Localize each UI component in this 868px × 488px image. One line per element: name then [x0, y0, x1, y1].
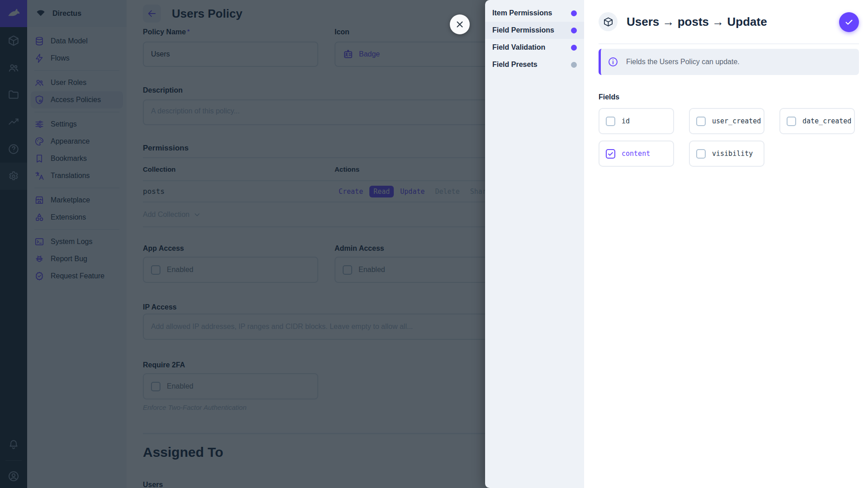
cube-icon	[603, 17, 613, 27]
permission-drawer: Item Permissions Field Permissions Field…	[485, 0, 868, 488]
status-dot	[571, 10, 577, 16]
checkbox-unchecked-icon	[696, 117, 706, 126]
drawer-header: Users → posts → Update	[599, 0, 859, 44]
drawer-tab-item-permissions[interactable]: Item Permissions	[485, 5, 584, 22]
info-icon	[608, 56, 618, 67]
drawer-close-button[interactable]	[450, 14, 470, 34]
drawer-header-badge	[599, 12, 618, 31]
drawer-tab-label: Field Permissions	[492, 26, 554, 34]
app-window: Directus Data Model Flows	[0, 0, 868, 488]
field-checkbox-content[interactable]: content	[599, 141, 674, 167]
drawer-tab-field-presets[interactable]: Field Presets	[485, 56, 584, 73]
field-checkbox-date-created[interactable]: date_created	[779, 108, 855, 134]
field-checkbox-user-created[interactable]: user_created	[689, 108, 764, 134]
drawer-content: Users → posts → Update Fields the Users …	[584, 0, 868, 488]
field-checkbox-id[interactable]: id	[599, 108, 674, 134]
status-dot	[571, 28, 577, 33]
checkbox-unchecked-icon	[696, 149, 706, 159]
checkbox-unchecked-icon	[606, 117, 615, 126]
drawer-tab-label: Field Validation	[492, 43, 545, 52]
drawer-tab-field-validation[interactable]: Field Validation	[485, 39, 584, 56]
status-dot	[571, 45, 577, 51]
field-checkbox-visibility[interactable]: visibility	[689, 141, 764, 167]
drawer-sidebar: Item Permissions Field Permissions Field…	[485, 0, 584, 488]
fields-grid: id user_created date_created content	[599, 108, 859, 167]
drawer-tab-label: Field Presets	[492, 61, 538, 69]
check-icon	[844, 17, 854, 27]
status-dot	[571, 62, 577, 68]
drawer-title: Users → posts → Update	[627, 15, 767, 29]
save-button[interactable]	[839, 12, 859, 32]
drawer-tab-label: Item Permissions	[492, 9, 552, 17]
checkbox-unchecked-icon	[787, 117, 796, 126]
notice-text: Fields the Users Policy can update.	[626, 58, 740, 66]
checkbox-checked-icon	[606, 149, 615, 159]
info-notice: Fields the Users Policy can update.	[599, 49, 859, 75]
fields-section-label: Fields	[599, 93, 859, 101]
drawer-tab-field-permissions[interactable]: Field Permissions	[485, 22, 584, 39]
close-icon	[455, 19, 465, 29]
